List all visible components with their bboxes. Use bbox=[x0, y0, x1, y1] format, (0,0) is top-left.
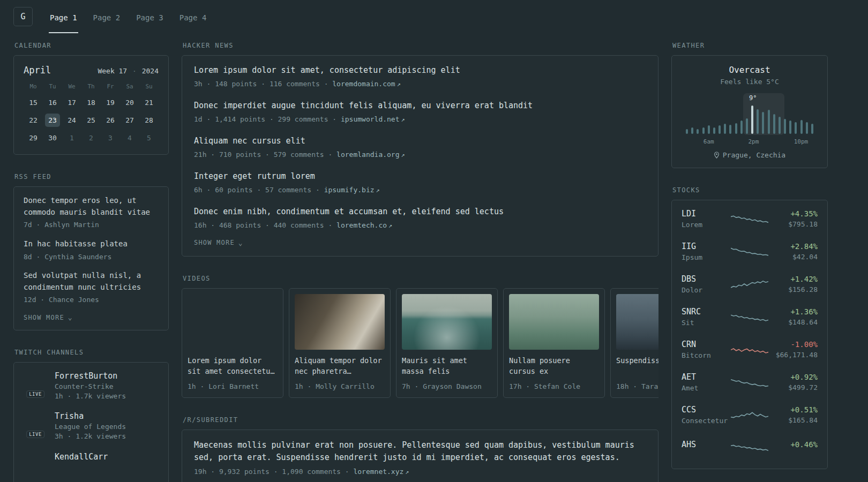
calendar-day: 3 bbox=[103, 131, 118, 145]
external-link-icon: ↗ bbox=[376, 186, 380, 194]
subreddit-post-title[interactable]: Maecenas mollis pulvinar erat non posuer… bbox=[194, 439, 646, 464]
twitch-avatar-wrap bbox=[24, 452, 47, 476]
video-thumbnail[interactable] bbox=[295, 294, 385, 350]
hn-story-title[interactable]: Donec enim nibh, condimentum et accumsan… bbox=[194, 206, 646, 218]
tab-page-1[interactable]: Page 1 bbox=[49, 0, 78, 33]
hn-story[interactable]: Aliquam nec cursus elit 21h · 710 points… bbox=[194, 135, 646, 160]
twitch-channel[interactable]: LIVE Trisha League of Legends 3h · 1.2k … bbox=[24, 411, 159, 442]
stock-row: LDILorem +4.35%$795.18 bbox=[682, 209, 818, 229]
time-label: 2pm bbox=[748, 138, 759, 145]
app-logo[interactable]: G bbox=[13, 7, 33, 26]
calendar-grid: MoTuWeThFrSaSu15161718192021222324252627… bbox=[24, 83, 159, 145]
stock-name: Bitcorn bbox=[682, 351, 731, 359]
hn-story[interactable]: Lorem ipsum dolor sit amet, consectetur … bbox=[194, 64, 646, 89]
hn-story[interactable]: Donec imperdiet augue tincidunt felis al… bbox=[194, 100, 646, 124]
video-card[interactable]: Suspendisse diam 18h · Tara bbox=[610, 288, 659, 398]
rss-item[interactable]: Sed volutpat nulla nisl, a condimentum n… bbox=[24, 270, 159, 305]
video-card[interactable]: Mauris sit amet massa felis 7h · Grayson… bbox=[396, 288, 498, 398]
twitch-game[interactable]: Counter-Strike bbox=[55, 382, 126, 390]
weather-location[interactable]: Prague, Czechia bbox=[682, 151, 818, 159]
calendar-day: 26 bbox=[103, 114, 118, 127]
hn-domain-link[interactable]: loremtech.co↗ bbox=[336, 221, 392, 229]
hn-show-more-button[interactable]: SHOW MORE⌄ bbox=[194, 239, 243, 246]
stock-row: IIGIpsum +2.84%$42.04 bbox=[682, 242, 818, 261]
video-thumbnail[interactable] bbox=[188, 294, 278, 350]
stock-name: Ipsum bbox=[682, 253, 731, 261]
video-thumbnail[interactable] bbox=[616, 294, 659, 350]
hn-domain-link[interactable]: ipsumify.biz↗ bbox=[324, 186, 380, 194]
video-thumbnail[interactable] bbox=[402, 294, 492, 350]
stock-row: DBSDolor +1.42%$156.28 bbox=[682, 274, 818, 294]
weather-bars bbox=[684, 104, 815, 134]
twitch-channel[interactable]: KendallCarr bbox=[24, 452, 159, 476]
dot-separator: · bbox=[127, 67, 141, 75]
calendar-section-title: CALENDAR bbox=[14, 42, 169, 49]
twitch-game[interactable]: League of Legends bbox=[55, 423, 126, 431]
weather-hour-bar bbox=[806, 122, 808, 134]
live-badge: LIVE bbox=[26, 390, 44, 398]
hn-story-title[interactable]: Aliquam nec cursus elit bbox=[194, 135, 646, 147]
weather-widget: WEATHER Overcast Feels like 5°C 9° 6am 2… bbox=[671, 42, 828, 168]
hn-story-title[interactable]: Lorem ipsum dolor sit amet, consectetur … bbox=[194, 64, 646, 77]
video-card[interactable]: Aliquam tempor dolor nec pharetra… 1h · … bbox=[289, 288, 391, 398]
videos-row: Lorem ipsum dolor sit amet consectetu… 1… bbox=[182, 288, 659, 398]
video-title[interactable]: Nullam posuere cursus ex bbox=[509, 355, 599, 376]
hn-story[interactable]: Donec enim nibh, condimentum et accumsan… bbox=[194, 206, 646, 230]
hn-story-title[interactable]: Donec imperdiet augue tincidunt felis al… bbox=[194, 100, 646, 112]
calendar-day: 2 bbox=[84, 131, 99, 145]
video-thumbnail[interactable] bbox=[509, 294, 599, 350]
subreddit-domain-link[interactable]: loremnet.xyz↗ bbox=[353, 468, 409, 476]
tab-page-3[interactable]: Page 3 bbox=[135, 0, 164, 33]
weather-hour-bar bbox=[702, 127, 705, 134]
stock-price: $66,171.48 bbox=[768, 351, 818, 359]
subreddit-section-title: /R/SUBREDDIT bbox=[183, 416, 659, 424]
stock-name: Amet bbox=[682, 384, 731, 392]
time-label: 6am bbox=[704, 138, 714, 145]
stocks-widget: STOCKS LDILorem +4.35%$795.18 IIGIpsum +… bbox=[671, 186, 828, 469]
video-card[interactable]: Lorem ipsum dolor sit amet consectetu… 1… bbox=[182, 288, 283, 398]
weather-feels-like: Feels like 5°C bbox=[682, 78, 818, 86]
rss-item-title[interactable]: Sed volutpat nulla nisl, a condimentum n… bbox=[24, 270, 159, 293]
weather-hour-bar bbox=[795, 122, 797, 134]
rss-show-more-button[interactable]: SHOW MORE⌄ bbox=[24, 314, 73, 321]
tab-page-2[interactable]: Page 2 bbox=[92, 0, 122, 33]
calendar-day-header: Mo bbox=[24, 83, 43, 92]
twitch-channel-name[interactable]: ForrestBurton bbox=[55, 371, 126, 381]
hn-domain-link[interactable]: loremlandia.org↗ bbox=[336, 150, 405, 159]
weather-hour-bar bbox=[762, 112, 764, 134]
calendar-day: 28 bbox=[141, 114, 156, 127]
stock-price: $165.84 bbox=[768, 416, 818, 424]
topbar: G Page 1 Page 2 Page 3 Page 4 bbox=[0, 0, 868, 33]
weather-hour-bar bbox=[686, 129, 688, 134]
tab-page-4[interactable]: Page 4 bbox=[178, 0, 208, 33]
rss-item[interactable]: In hac habitasse platea 8d · Cynthia Sau… bbox=[24, 238, 159, 262]
weather-hour-bar bbox=[740, 120, 743, 134]
rss-item-meta: 7d · Ashlyn Martin bbox=[24, 220, 159, 230]
video-title[interactable]: Mauris sit amet massa felis bbox=[402, 355, 492, 376]
video-meta: 18h · Tara bbox=[616, 381, 659, 392]
chevron-down-icon: ⌄ bbox=[238, 239, 243, 246]
subreddit-post[interactable]: Maecenas mollis pulvinar erat non posuer… bbox=[194, 439, 646, 477]
calendar-card: April Week 17 · 2024 MoTuWeThFrSaSu15161… bbox=[13, 55, 169, 155]
twitch-channel-name[interactable]: Trisha bbox=[55, 411, 126, 421]
rss-item-title[interactable]: In hac habitasse platea bbox=[24, 238, 159, 250]
twitch-channel[interactable]: LIVE ForrestBurton Counter-Strike 1h · 1… bbox=[24, 371, 159, 402]
weather-hour-bar bbox=[719, 125, 721, 134]
hn-domain-link[interactable]: ipsumworld.net↗ bbox=[341, 115, 405, 123]
twitch-channel-name[interactable]: KendallCarr bbox=[55, 452, 108, 462]
weather-hourly-chart: 9° 6am 2pm 10pm bbox=[684, 93, 815, 146]
rss-item[interactable]: Donec tempor eros leo, ut commodo mauris… bbox=[24, 195, 159, 230]
video-title[interactable]: Aliquam tempor dolor nec pharetra… bbox=[295, 355, 385, 376]
rss-item-title[interactable]: Donec tempor eros leo, ut commodo mauris… bbox=[24, 195, 159, 218]
hn-story[interactable]: Integer eget rutrum lorem 6h · 60 points… bbox=[194, 170, 646, 195]
stock-price: $42.04 bbox=[768, 253, 818, 261]
video-title[interactable]: Suspendisse diam bbox=[616, 355, 659, 376]
hn-story-title[interactable]: Integer eget rutrum lorem bbox=[194, 170, 646, 183]
video-card[interactable]: Nullam posuere cursus ex 17h · Stefan Co… bbox=[503, 288, 605, 398]
stock-ticker: IIG bbox=[682, 242, 731, 251]
stock-change: +0.51% bbox=[768, 405, 818, 414]
hn-domain-link[interactable]: loremdomain.com↗ bbox=[332, 80, 401, 88]
video-title[interactable]: Lorem ipsum dolor sit amet consectetu… bbox=[188, 355, 278, 376]
calendar-day-header: Th bbox=[81, 83, 101, 92]
stock-price: $499.72 bbox=[768, 383, 818, 391]
